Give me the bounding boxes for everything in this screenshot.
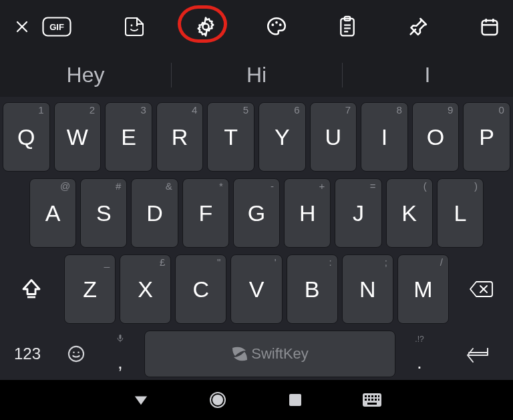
enter-key[interactable] [444,331,510,377]
svg-rect-35 [375,395,377,397]
key-v[interactable]: 'V [230,254,282,324]
period-key[interactable]: .!? . [399,331,440,377]
nav-recents-button[interactable] [282,387,309,413]
key-j[interactable]: =J [335,178,381,248]
key-a[interactable]: @A [29,178,76,248]
emoji-icon [67,345,86,363]
key-y[interactable]: 6Y [259,102,306,172]
settings-button[interactable] [190,11,221,42]
sticker-button[interactable] [119,11,150,42]
spacebar[interactable]: SwiftKey [144,331,395,377]
svg-point-24 [73,351,75,353]
clipboard-icon [337,15,357,38]
android-navbar [0,380,513,420]
key-g[interactable]: -G [233,178,280,248]
gear-icon [194,15,217,38]
key-u[interactable]: 7U [310,102,357,172]
pin-button[interactable] [403,11,434,42]
key-e[interactable]: 3E [105,102,152,172]
keyboard-row-4: 123 , SwiftKey .!? . [3,331,510,377]
key-i[interactable]: 8I [361,102,408,172]
clipboard-button[interactable] [332,11,363,42]
numbers-key[interactable]: 123 [3,331,52,377]
backspace-key[interactable] [453,254,510,324]
keyboard: 1Q 2W 3E 4R 5T 6Y 7U 8I 9O 0P @A #S &D *… [0,97,513,380]
comma-key[interactable]: , [100,331,140,377]
key-w[interactable]: 2W [54,102,102,172]
shift-key[interactable] [3,254,60,324]
svg-rect-30 [289,394,301,406]
gif-button[interactable]: GIF [41,11,72,42]
svg-point-23 [69,347,83,361]
svg-point-25 [77,351,79,353]
key-n[interactable]: ;N [342,254,393,324]
keyboard-toolbar: GIF [0,0,513,53]
svg-point-8 [275,21,278,24]
shift-icon [19,277,43,301]
key-d[interactable]: &D [131,178,178,248]
svg-point-5 [136,25,138,27]
svg-rect-26 [120,335,122,339]
suggestion-2[interactable]: Hi [171,53,342,97]
svg-rect-40 [375,399,377,401]
suggestion-bar: Hey Hi I [0,53,513,97]
key-p[interactable]: 0P [463,102,510,172]
nav-back-button[interactable] [128,387,154,413]
key-c[interactable]: "C [175,254,226,324]
keyboard-row-2: @A #S &D *F -G +H =J (K )L [3,178,510,248]
svg-rect-42 [367,403,377,405]
svg-rect-41 [378,399,379,401]
mic-icon [116,335,124,343]
sticker-icon [124,16,145,37]
nav-keyboard-toggle[interactable] [359,387,385,413]
key-s[interactable]: #S [80,178,127,248]
key-x[interactable]: £X [120,254,171,324]
palette-icon [265,15,288,38]
spacebar-label: SwiftKey [251,345,309,363]
backspace-icon [468,279,495,299]
svg-point-29 [212,395,223,405]
svg-point-6 [202,23,208,29]
svg-rect-37 [365,399,367,401]
close-icon [14,19,30,35]
key-m[interactable]: /M [397,254,449,324]
recents-icon [289,393,302,407]
keyboard-row-3: _Z £X "C 'V :B ;N /M [3,254,510,324]
nav-home-button[interactable] [204,387,231,413]
suggestion-1[interactable]: Hey [0,53,171,97]
emoji-key[interactable] [56,331,96,377]
svg-rect-39 [371,399,373,401]
key-h[interactable]: +H [284,178,331,248]
svg-point-9 [279,23,282,26]
svg-rect-38 [368,399,370,401]
key-k[interactable]: (K [386,178,433,248]
keyboard-row-1: 1Q 2W 3E 4R 5T 6Y 7U 8I 9O 0P [3,102,510,172]
key-b[interactable]: :B [287,254,338,324]
keyboard-toggle-icon [363,393,381,407]
calendar-button[interactable] [474,11,505,42]
key-z[interactable]: _Z [64,254,116,324]
back-icon [134,393,148,407]
home-icon [209,391,226,409]
pin-icon [407,16,429,37]
svg-rect-33 [368,395,370,397]
key-l[interactable]: )L [437,178,484,248]
svg-point-7 [271,23,274,26]
themes-button[interactable] [261,11,292,42]
key-q[interactable]: 1Q [3,102,50,172]
svg-rect-16 [482,21,498,35]
suggestion-3[interactable]: I [342,53,513,97]
svg-rect-32 [365,395,367,397]
key-o[interactable]: 9O [412,102,460,172]
svg-rect-36 [378,395,379,397]
enter-icon [464,345,490,363]
svg-text:GIF: GIF [49,22,64,32]
svg-point-4 [131,25,133,27]
swiftkey-logo-icon [231,347,248,361]
calendar-icon [479,16,500,37]
svg-rect-34 [371,395,373,397]
key-f[interactable]: *F [182,178,229,248]
key-r[interactable]: 4R [156,102,204,172]
key-t[interactable]: 5T [207,102,254,172]
close-button[interactable] [7,11,37,42]
